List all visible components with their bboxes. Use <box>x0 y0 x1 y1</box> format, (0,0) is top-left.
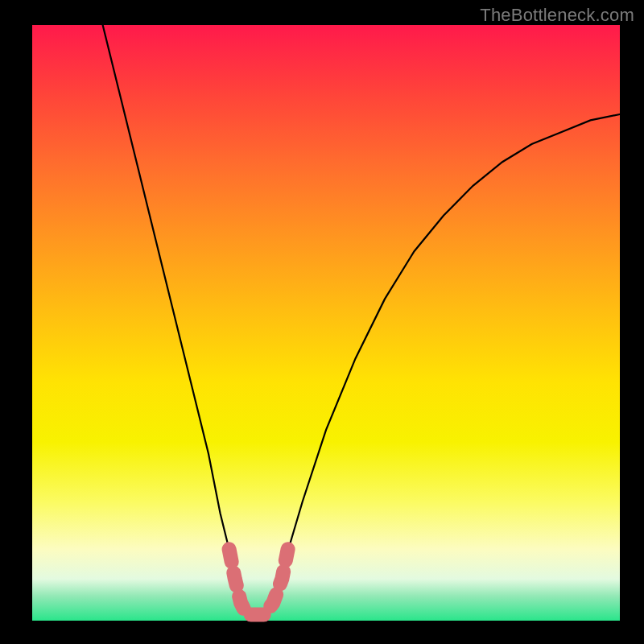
chart-frame: TheBottleneck.com <box>0 0 644 644</box>
curve-layer <box>32 25 620 621</box>
watermark-text: TheBottleneck.com <box>480 5 634 26</box>
bottleneck-curve <box>103 25 620 615</box>
bottom-segment <box>229 549 288 614</box>
plot-area <box>32 25 620 621</box>
